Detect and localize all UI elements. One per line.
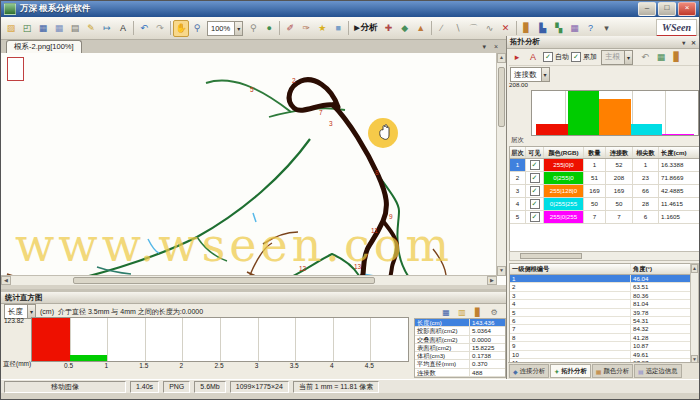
stats-icon[interactable]: ▙ — [535, 20, 551, 37]
help-dropdown-icon[interactable]: ▾ — [599, 20, 615, 37]
line-tool-3-icon[interactable]: ⌒ — [466, 20, 482, 37]
visible-checkbox[interactable]: ✓ — [530, 199, 540, 209]
edit-icon[interactable]: ✎ — [83, 20, 99, 37]
shape-icon[interactable]: ■ — [330, 20, 346, 37]
tab-拓扑分析[interactable]: ✦拓扑分析 — [550, 364, 591, 378]
scroll-left-icon[interactable]: ◀ — [1, 276, 11, 285]
panel-header-buttons[interactable]: ▾ ✕ — [682, 39, 698, 46]
label-edit-icon[interactable]: A — [525, 49, 541, 66]
save-as-icon[interactable]: ▦ — [51, 20, 67, 37]
level-table-row[interactable]: 1✓255|0|0152116.3388 — [510, 159, 700, 172]
canvas-vertical-scrollbar[interactable]: ▲ ▼ — [496, 53, 506, 276]
angle-table-vscrollbar[interactable]: ▲ ▼ — [690, 263, 699, 365]
scroll-up-icon[interactable]: ▲ — [497, 53, 506, 63]
preview-icon[interactable]: ● — [261, 20, 277, 37]
topology-metric-combo[interactable]: 连接数▾ — [510, 67, 550, 82]
line-tool-2-icon[interactable]: ∖ — [450, 20, 466, 37]
chart-settings-icon[interactable]: ⚙ — [487, 305, 501, 319]
chevron-down-icon[interactable]: ▾ — [541, 68, 549, 81]
help-icon[interactable]: ? — [583, 20, 599, 37]
stat-row[interactable]: 投影面积(cm2)5.0364 — [415, 327, 505, 335]
column-header[interactable]: 角度(°) — [631, 264, 694, 274]
stat-row[interactable]: 交叠面积(cm2)0.0000 — [415, 336, 505, 344]
close-button[interactable]: × — [678, 2, 696, 16]
level-table-row[interactable]: 2✓0|255|0512082371.8669 — [510, 172, 700, 185]
root-join-icon[interactable]: ◆ — [397, 20, 413, 37]
print-icon[interactable]: ▤ — [67, 20, 83, 37]
stat-row[interactable]: 体积(cm3)0.1738 — [415, 352, 505, 360]
chart-type-icon[interactable]: ▊ — [471, 305, 485, 319]
horizontal-scroll-thumb[interactable] — [73, 277, 375, 284]
open-image-icon[interactable]: ◰ — [19, 20, 35, 37]
minimize-button[interactable]: – — [638, 2, 656, 16]
canvas-horizontal-scrollbar[interactable]: ◀ ▶ — [1, 275, 497, 285]
export-icon[interactable]: ↦ — [99, 20, 115, 37]
zoom-in-icon[interactable]: ⚲ — [189, 20, 205, 37]
open-file-icon[interactable]: ▨ — [3, 20, 19, 37]
visible-checkbox[interactable]: ✓ — [530, 212, 540, 222]
angle-table-row[interactable]: 654.31 — [510, 317, 694, 325]
measure-icon[interactable]: ✐ — [282, 20, 298, 37]
save-icon[interactable]: ▦ — [35, 20, 51, 37]
angle-table-row[interactable]: 539.78 — [510, 309, 694, 317]
level-table-row[interactable]: 3✓255|128|01691696642.4885 — [510, 185, 700, 198]
maximize-button[interactable]: □ — [658, 2, 676, 16]
zoom-out-icon[interactable]: ⚲ — [245, 20, 261, 37]
angle-table-row[interactable]: 784.32 — [510, 325, 694, 333]
report-icon[interactable]: ▚ — [551, 20, 567, 37]
angle-table-row[interactable]: 910.87 — [510, 342, 694, 350]
auto-checkbox[interactable]: ✓ — [543, 52, 553, 62]
scroll-down-icon[interactable]: ▼ — [497, 266, 506, 276]
tab-选定边信息[interactable]: ▤选定边信息 — [634, 364, 682, 378]
stat-row[interactable]: 表面积(cm2)15.8225 — [415, 344, 505, 352]
column-header[interactable]: 长度(cm) — [659, 147, 700, 158]
text-icon[interactable]: A — [115, 20, 131, 37]
visible-checkbox[interactable]: ✓ — [530, 173, 540, 183]
angle-table-row[interactable]: 146.04 — [510, 275, 694, 283]
undo-icon[interactable]: ↶ — [637, 49, 653, 66]
stat-row[interactable]: 连接数488 — [415, 369, 505, 377]
document-tab[interactable]: 根系-2.png[100%] — [6, 40, 82, 53]
chart-export-icon[interactable]: ▊ — [669, 49, 685, 66]
stat-row[interactable]: 长度(cm)143.436 — [415, 319, 505, 327]
level-table-row[interactable]: 4✓0|255|25550502811.4615 — [510, 198, 700, 211]
column-header[interactable]: 层次 — [510, 147, 526, 158]
tab-controls[interactable]: ▾ × — [482, 43, 506, 53]
column-header[interactable]: 可见 — [526, 147, 544, 158]
tab-颜色分析[interactable]: ▦颜色分析 — [592, 364, 633, 378]
undo-icon[interactable]: ↶ — [136, 20, 152, 37]
angle-table-row[interactable]: 1049.61 — [510, 351, 694, 359]
image-export-icon[interactable]: ▦ — [653, 49, 669, 66]
scroll-right-icon[interactable]: ▶ — [487, 276, 497, 285]
zoom-level-combo[interactable]: 100%▾ — [207, 21, 243, 36]
scroll-up-icon[interactable]: ▲ — [691, 264, 698, 273]
grid-icon[interactable]: ▦ — [567, 20, 583, 37]
image-canvas[interactable]: www.wseen.com 257389111312 ▲ ▼ ◀ ▶ — [1, 53, 506, 285]
angle-table-row[interactable]: 841.28 — [510, 334, 694, 342]
stat-row[interactable]: 平均直径(mm)0.370 — [415, 360, 505, 368]
export-red-icon[interactable]: ▸ — [509, 49, 525, 66]
line-tool-4-icon[interactable]: ∿ — [482, 20, 498, 37]
root-split-icon[interactable]: ▲ — [413, 20, 429, 37]
column-header[interactable]: 颜色(RGB) — [544, 147, 584, 158]
level-table-hscrollbar[interactable] — [509, 251, 700, 261]
horizontal-scroll-thumb[interactable] — [520, 253, 582, 259]
mark-icon[interactable]: ✑ — [298, 20, 314, 37]
highlight-icon[interactable]: ★ — [314, 20, 330, 37]
visible-checkbox[interactable]: ✓ — [530, 160, 540, 170]
copy-chart-icon[interactable]: ▥ — [455, 305, 469, 319]
overlay-checkbox[interactable]: ✓ — [571, 52, 581, 62]
pan-hand-icon[interactable]: ✋ — [173, 20, 189, 37]
bar-chart-icon[interactable]: ▊ — [519, 20, 535, 37]
erase-icon[interactable]: ✕ — [498, 20, 514, 37]
save-chart-icon[interactable]: ▦ — [439, 305, 453, 319]
chevron-down-icon[interactable]: ▾ — [234, 22, 242, 35]
level-table-row[interactable]: 5✓255|0|2557761.1605 — [510, 211, 700, 224]
root-type-combo[interactable]: 主根▾ — [601, 50, 633, 65]
line-tool-1-icon[interactable]: ∕ — [434, 20, 450, 37]
visible-checkbox[interactable]: ✓ — [530, 186, 540, 196]
column-header[interactable]: 数量 — [584, 147, 606, 158]
angle-table-row[interactable]: 263.51 — [510, 283, 694, 291]
vertical-scroll-thumb[interactable] — [498, 67, 505, 127]
column-header[interactable]: 连接数 — [606, 147, 633, 158]
